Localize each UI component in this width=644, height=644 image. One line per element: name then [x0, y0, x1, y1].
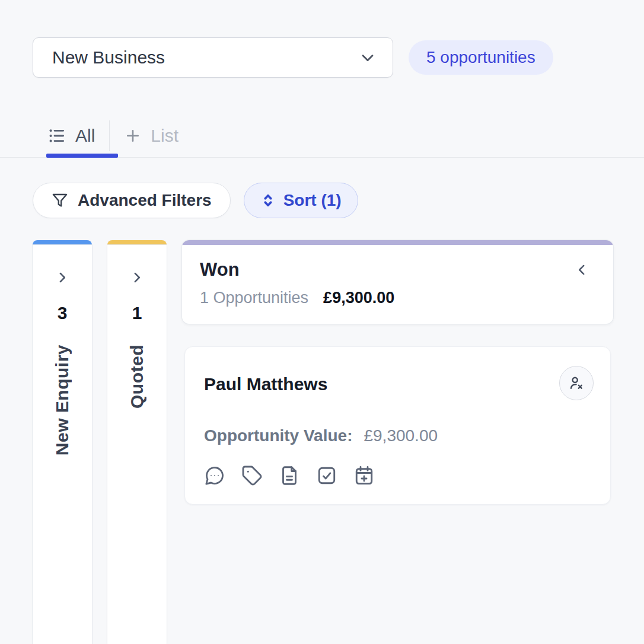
column-won-header-body: Won 1 Opportunities £9,300.00: [182, 245, 613, 324]
tag-icon[interactable]: [241, 465, 263, 486]
column-title: Won: [200, 259, 240, 280]
collapse-column-button[interactable]: [572, 260, 592, 280]
tab-all-label: All: [75, 126, 95, 146]
view-tabs: All List: [0, 114, 644, 158]
expand-column-button[interactable]: [52, 267, 72, 288]
board-toolbar: Advanced Filters Sort (1): [33, 183, 644, 218]
list-view-icon: [47, 126, 66, 145]
opportunity-value: £9,300.00: [364, 426, 438, 445]
column-count: 3: [58, 303, 68, 323]
expand-column-button[interactable]: [127, 267, 147, 288]
calendar-add-icon[interactable]: [353, 465, 375, 486]
opportunities-count-label: 5 opportunities: [426, 48, 535, 67]
opportunity-card[interactable]: Paul Matthews Opportunity Value: £9,300.…: [184, 346, 611, 505]
pipeline-select[interactable]: New Business: [33, 37, 393, 78]
opportunities-board-screen: New Business 5 opportunities All: [0, 0, 644, 644]
advanced-filters-label: Advanced Filters: [78, 191, 212, 210]
tab-divider: [109, 120, 110, 151]
sort-button[interactable]: Sort (1): [244, 183, 358, 218]
filter-funnel-icon: [52, 192, 68, 209]
column-name-vertical: New Enquiry: [52, 345, 72, 455]
message-icon[interactable]: [204, 465, 225, 486]
tab-all[interactable]: All: [47, 114, 95, 157]
plus-icon: [124, 127, 142, 145]
column-summary-count: 1 Opportunities: [200, 289, 308, 307]
advanced-filters-button[interactable]: Advanced Filters: [33, 183, 231, 218]
tab-add-list[interactable]: List: [124, 114, 178, 157]
column-quoted-body: 1 Quoted: [107, 245, 167, 644]
column-won: Won 1 Opportunities £9,300.00 Paul Matth…: [182, 240, 613, 505]
opportunity-contact-name: Paul Matthews: [204, 374, 327, 394]
unassign-user-button[interactable]: [559, 366, 594, 400]
pipeline-select-value: New Business: [52, 47, 165, 68]
task-check-icon[interactable]: [316, 465, 337, 486]
kanban-board: 3 New Enquiry 1 Quoted Won: [33, 240, 644, 644]
column-name-vertical: Quoted: [127, 345, 147, 409]
column-accent-bar: [107, 240, 167, 245]
column-new-enquiry: 3 New Enquiry: [33, 240, 92, 644]
file-text-icon[interactable]: [279, 465, 300, 486]
column-won-header: Won 1 Opportunities £9,300.00: [182, 240, 613, 324]
column-accent-bar: [33, 240, 92, 245]
card-action-icons: [204, 465, 594, 486]
sort-arrows-icon: [260, 193, 276, 208]
column-accent-bar: [182, 240, 613, 245]
column-count: 1: [132, 303, 142, 323]
opportunities-count-badge: 5 opportunities: [409, 40, 553, 75]
sort-label: Sort (1): [283, 191, 342, 210]
opportunity-value-label: Opportunity Value:: [204, 426, 352, 445]
column-new-enquiry-body: 3 New Enquiry: [33, 245, 92, 644]
column-quoted: 1 Quoted: [107, 240, 167, 644]
chevron-down-icon: [358, 48, 377, 67]
header-row: New Business 5 opportunities: [33, 37, 644, 78]
column-summary-value: £9,300.00: [323, 289, 394, 307]
tab-add-list-label: List: [151, 126, 178, 146]
